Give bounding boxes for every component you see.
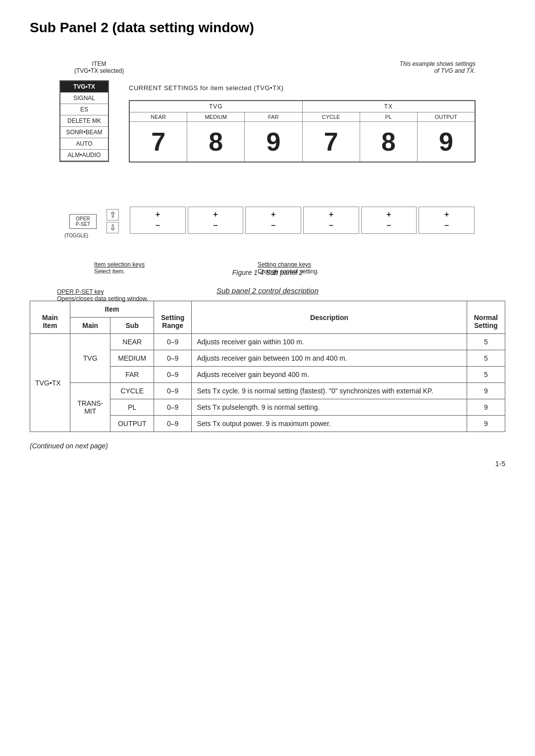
tvg-header: TVG	[130, 101, 302, 112]
td-sub-far: FAR	[110, 367, 154, 383]
plus-sign-2: +	[213, 209, 217, 220]
tx-section: TX CYCLE PL OUTPUT 7 8 9	[303, 101, 475, 162]
tx-header: TX	[303, 101, 475, 112]
note-topright: This example shows settings of TVG and T…	[400, 60, 476, 74]
th-main-item: Main Item	[30, 301, 70, 334]
tvg-value-far: 9	[245, 122, 302, 162]
note-topleft: ITEM (TVG•TX selected)	[74, 60, 124, 74]
menu-item-auto[interactable]: AUTO	[60, 138, 108, 150]
plus-sign-4: +	[329, 209, 333, 220]
tx-sub-cycle: CYCLE	[303, 112, 360, 122]
menu-item-delete-mk[interactable]: DELETE MK	[60, 115, 108, 127]
diagram-container: ITEM (TVG•TX selected) This example show…	[30, 51, 505, 259]
oper-pset-key-label: OPER P-SET key	[57, 288, 104, 295]
tvg-sub-near: NEAR	[130, 112, 187, 122]
oper-pset-sub: Opens/closes data setting window.	[57, 295, 148, 302]
table-row: TRANS- MIT CYCLE 0–9 Sets Tx cycle. 9 is…	[30, 383, 505, 399]
menu-item-tvg-tx[interactable]: TVG•TX	[60, 81, 108, 93]
th-setting-range: Setting Range	[154, 301, 192, 334]
oper-pset-annotation: OPER P-SET key Opens/closes data setting…	[57, 288, 148, 302]
menu-item-es[interactable]: ES	[60, 104, 108, 115]
minus-sign-5: –	[387, 220, 391, 231]
note-topright-line1: This example shows settings	[400, 60, 476, 67]
td-normal-pl: 9	[467, 399, 505, 416]
tx-value-pl: 8	[360, 122, 418, 162]
page-number: 1-5	[30, 460, 505, 468]
controls-area: OPER P-SET (TOGGLE) ⇧ ⇩ + – + –	[59, 204, 476, 254]
current-settings-label: CURRENT SETTINGS for item selected (TVG•…	[129, 84, 284, 92]
td-desc-medium: Adjusts receiver gain between 100 m and …	[192, 350, 467, 367]
menu-item-alm-audio[interactable]: ALM•AUDIO	[60, 150, 108, 161]
arrow-down-button[interactable]: ⇩	[107, 222, 119, 233]
menu-item-sonr-beam[interactable]: SONR•BEAM	[60, 127, 108, 138]
plus-sign-6: +	[444, 209, 449, 220]
td-normal-far: 5	[467, 367, 505, 383]
tvg-values: 7 8 9	[130, 122, 302, 162]
pm-buttons: + – + – + – + – + –	[129, 207, 476, 234]
td-sub-near: NEAR	[110, 334, 154, 350]
td-sub-output: OUTPUT	[110, 416, 154, 432]
th-item-main: Main	[70, 318, 110, 334]
td-range-cycle: 0–9	[154, 383, 192, 399]
td-range-near: 0–9	[154, 334, 192, 350]
tvg-section: TVG NEAR MEDIUM FAR 7 8 9	[130, 101, 303, 162]
setting-keys-sub: Change control setting.	[258, 268, 319, 275]
pm-group-5[interactable]: + –	[361, 207, 417, 234]
tx-values: 7 8 9	[303, 122, 475, 162]
control-table: Main Item Item Setting Range Description…	[30, 301, 505, 432]
oper-label-line2: P-SET	[72, 221, 94, 227]
td-desc-near: Adjusts receiver gain within 100 m.	[192, 334, 467, 350]
oper-label-line1: OPER	[72, 216, 94, 221]
td-normal-output: 9	[467, 416, 505, 432]
minus-sign-2: –	[214, 220, 218, 231]
tx-sub-output: OUTPUT	[418, 112, 475, 122]
td-sub-pl: PL	[110, 399, 154, 416]
td-range-medium: 0–9	[154, 350, 192, 367]
page-title: Sub Panel 2 (data setting window)	[30, 20, 505, 36]
note-topleft-line1: ITEM	[74, 60, 124, 67]
td-normal-medium: 5	[467, 350, 505, 367]
pm-group-1[interactable]: + –	[130, 207, 186, 234]
annotation-setting: Setting change keys Change control setti…	[258, 261, 319, 275]
arrow-buttons: ⇧ ⇩	[107, 209, 119, 233]
td-range-pl: 0–9	[154, 399, 192, 416]
td-normal-near: 5	[467, 334, 505, 350]
tx-sub-pl: PL	[360, 112, 418, 122]
td-item-main-tvg: TVG	[70, 334, 110, 383]
tx-value-cycle: 7	[303, 122, 360, 162]
tvg-sub-headers: NEAR MEDIUM FAR	[130, 112, 302, 122]
tvg-sub-medium: MEDIUM	[187, 112, 245, 122]
menu-item-signal[interactable]: SIGNAL	[60, 93, 108, 104]
plus-sign-5: +	[386, 209, 391, 220]
annotation-selection: Item selection keys Select item.	[94, 261, 145, 275]
td-main-item-tvg-tx: TVG•TX	[30, 334, 70, 432]
minus-sign-1: –	[156, 220, 160, 231]
pm-group-4[interactable]: + –	[303, 207, 359, 234]
pm-group-3[interactable]: + –	[245, 207, 301, 234]
th-item-sub: Sub	[110, 318, 154, 334]
settings-sections: TVG NEAR MEDIUM FAR 7 8 9 TX	[130, 101, 475, 162]
pm-group-6[interactable]: + –	[419, 207, 475, 234]
oper-pset-button[interactable]: OPER P-SET	[69, 214, 97, 229]
tx-value-output: 9	[418, 122, 475, 162]
td-desc-cycle: Sets Tx cycle. 9 is normal setting (fast…	[192, 383, 467, 399]
td-desc-pl: Sets Tx pulselength. 9 is normal setting…	[192, 399, 467, 416]
td-range-output: 0–9	[154, 416, 192, 432]
left-panel: TVG•TX SIGNAL ES DELETE MK SONR•BEAM AUT…	[59, 80, 109, 162]
arrow-up-button[interactable]: ⇧	[107, 209, 119, 220]
diagram-inner: ITEM (TVG•TX selected) This example show…	[30, 51, 505, 259]
pm-group-2[interactable]: + –	[188, 207, 244, 234]
td-desc-far: Adjusts receiver gain beyond 400 m.	[192, 367, 467, 383]
th-normal-setting: Normal Setting	[467, 301, 505, 334]
tvg-value-near: 7	[130, 122, 187, 162]
td-normal-cycle: 9	[467, 383, 505, 399]
table-header-row: Main Item Item Setting Range Description…	[30, 301, 505, 318]
td-sub-medium: MEDIUM	[110, 350, 154, 367]
selection-keys-label: Item selection keys	[94, 261, 145, 268]
selection-keys-sub: Select item.	[94, 268, 145, 275]
td-range-far: 0–9	[154, 367, 192, 383]
tvg-value-medium: 8	[187, 122, 245, 162]
td-sub-cycle: CYCLE	[110, 383, 154, 399]
tvg-sub-far: FAR	[245, 112, 302, 122]
th-description: Description	[192, 301, 467, 334]
